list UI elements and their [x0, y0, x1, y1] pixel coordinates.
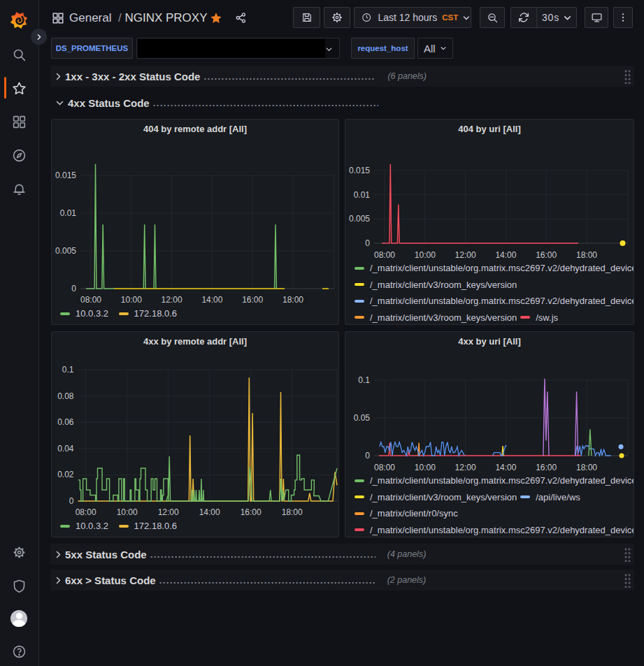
svg-text:12:00: 12:00	[158, 507, 179, 517]
svg-text:18:00: 18:00	[282, 295, 303, 305]
svg-text:10:00: 10:00	[415, 250, 436, 260]
svg-text:0.01: 0.01	[354, 190, 371, 200]
svg-text:10:00: 10:00	[117, 507, 138, 517]
svg-text:0: 0	[71, 284, 76, 294]
svg-text:0.015: 0.015	[55, 171, 76, 180]
svg-text:0.04: 0.04	[57, 444, 74, 454]
svg-text:0.06: 0.06	[57, 417, 74, 427]
svg-text:14:00: 14:00	[495, 250, 516, 260]
svg-text:0: 0	[365, 451, 370, 461]
svg-text:10:00: 10:00	[415, 463, 436, 472]
svg-text:0.05: 0.05	[354, 413, 371, 423]
svg-text:12:00: 12:00	[455, 463, 476, 472]
svg-text:0.02: 0.02	[57, 470, 74, 479]
svg-text:16:00: 16:00	[536, 463, 557, 472]
svg-text:18:00: 18:00	[576, 463, 597, 472]
svg-text:08:00: 08:00	[80, 295, 101, 305]
svg-text:0: 0	[365, 238, 370, 248]
svg-text:0.1: 0.1	[358, 375, 370, 385]
svg-text:14:00: 14:00	[199, 507, 220, 517]
svg-text:12:00: 12:00	[162, 295, 183, 305]
svg-text:14:00: 14:00	[201, 295, 222, 305]
svg-text:12:00: 12:00	[455, 250, 476, 260]
svg-text:18:00: 18:00	[282, 507, 303, 517]
svg-text:18:00: 18:00	[576, 250, 597, 260]
svg-text:0.015: 0.015	[349, 166, 370, 175]
svg-text:0.08: 0.08	[57, 391, 74, 401]
svg-text:16:00: 16:00	[241, 507, 262, 517]
svg-text:08:00: 08:00	[76, 507, 96, 517]
svg-text:0.1: 0.1	[62, 365, 74, 375]
svg-text:16:00: 16:00	[536, 250, 557, 260]
svg-text:0: 0	[69, 496, 74, 506]
svg-text:08:00: 08:00	[374, 463, 395, 472]
svg-text:0.01: 0.01	[60, 208, 77, 218]
svg-text:10:00: 10:00	[121, 295, 142, 305]
svg-text:14:00: 14:00	[495, 463, 516, 472]
svg-text:08:00: 08:00	[374, 250, 395, 260]
svg-text:0.005: 0.005	[349, 214, 370, 224]
svg-text:16:00: 16:00	[242, 295, 263, 305]
svg-text:0.005: 0.005	[55, 246, 76, 256]
